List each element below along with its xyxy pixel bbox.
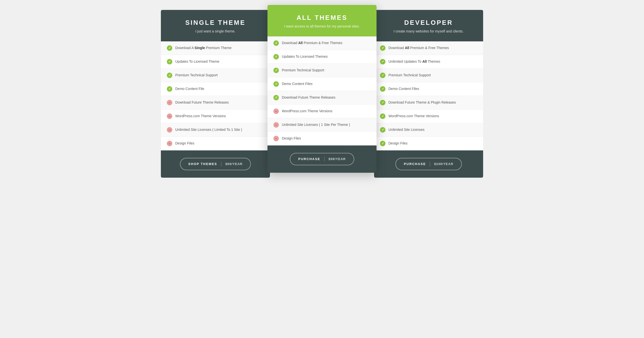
check-icon: ✓ [274, 95, 279, 100]
feature-row: ✓Download All Premium & Free Themes [374, 42, 483, 55]
feature-row: ✓WordPress.com Theme Versions [374, 110, 483, 123]
minus-icon: – [167, 141, 172, 146]
feature-row: ✓Download All Premium & Free Themes [268, 36, 376, 50]
check-icon: ✓ [167, 86, 172, 92]
cta-button-developer[interactable]: PURCHASE$249/year [395, 158, 462, 170]
feature-row: ✓Updates To Licensed Themes [268, 50, 376, 64]
cta-divider [430, 162, 430, 166]
check-icon: ✓ [380, 72, 386, 78]
feature-text: WordPress.com Theme Versions [388, 114, 439, 119]
check-icon: ✓ [380, 45, 386, 51]
feature-row: –Unlimited Site Licenses ( Limited To 1 … [161, 123, 270, 137]
plan-subtitle-all-themes: I want access to all themes for my perso… [275, 24, 369, 29]
feature-row: ✓Premium Technical Support [161, 69, 270, 82]
feature-row: ✓Unlimited Updates To All Themes [374, 55, 483, 69]
feature-row: ✓Updates To Licensed Theme [161, 55, 270, 69]
feature-text: WordPress.com Theme Versions [175, 114, 226, 119]
feature-row: ✓Premium Technical Support [268, 64, 376, 77]
plan-title-single: Single Theme [168, 19, 262, 26]
plan-header-all-themes: All ThemesI want access to all themes fo… [268, 5, 376, 36]
feature-row: –Design Files [161, 137, 270, 150]
cta-label: PURCHASE [404, 162, 426, 166]
feature-row: ✓Design Files [374, 137, 483, 150]
check-icon: ✓ [380, 59, 386, 64]
feature-row: –Design Files [268, 132, 376, 146]
check-icon: ✓ [167, 72, 172, 78]
feature-row: –Unlimited Site Licenses ( 1 Site Per Th… [268, 118, 376, 132]
feature-row: ✓Demo Content Files [374, 82, 483, 96]
plan-col-all-themes: All ThemesI want access to all themes fo… [268, 5, 376, 173]
feature-text: Download Future Theme Releases [282, 95, 336, 100]
cta-label: PURCHASE [298, 157, 320, 161]
feature-text: Download All Premium & Free Themes [282, 41, 342, 46]
feature-row: ✓Download A Single Premium Theme [161, 42, 270, 55]
cta-price: $99/year [328, 157, 346, 161]
feature-row: –WordPress.com Theme Versions [161, 110, 270, 123]
feature-text: Unlimited Site Licenses ( 1 Site Per The… [282, 122, 350, 127]
feature-text: Download All Premium & Free Themes [388, 46, 449, 50]
feature-text: Premium Technical Support [175, 73, 218, 78]
cta-price: $249/year [434, 162, 454, 166]
check-icon: ✓ [380, 127, 386, 132]
feature-text: Premium Technical Support [388, 73, 431, 78]
cta-button-all-themes[interactable]: PURCHASE$99/year [290, 153, 354, 165]
check-icon: ✓ [380, 114, 386, 119]
minus-icon: – [274, 108, 279, 114]
plan-features-single: ✓Download A Single Premium Theme✓Updates… [161, 42, 270, 150]
cta-price: $69/year [225, 162, 242, 166]
feature-text: Download A Single Premium Theme [175, 46, 232, 50]
minus-icon: – [274, 122, 279, 128]
check-icon: ✓ [380, 141, 386, 146]
check-icon: ✓ [167, 45, 172, 51]
feature-row: –Download Future Theme Releases [161, 96, 270, 110]
cta-label: SHOP THEMES [188, 162, 217, 166]
plan-header-developer: DeveloperI create many websites for myse… [374, 10, 483, 42]
plan-header-single: Single ThemeI just want a single theme. [161, 10, 270, 42]
feature-text: WordPress.com Theme Versions [282, 109, 332, 114]
feature-text: Premium Technical Support [282, 68, 324, 73]
check-icon: ✓ [274, 68, 279, 73]
feature-text: Updates To Licensed Theme [175, 59, 220, 64]
check-icon: ✓ [274, 81, 279, 87]
feature-text: Design Files [388, 141, 408, 146]
minus-icon: – [274, 136, 279, 141]
check-icon: ✓ [380, 100, 386, 105]
plan-features-all-themes: ✓Download All Premium & Free Themes✓Upda… [268, 36, 376, 146]
minus-icon: – [167, 127, 172, 132]
minus-icon: – [167, 114, 172, 119]
plan-features-developer: ✓Download All Premium & Free Themes✓Unli… [374, 42, 483, 150]
plan-footer-all-themes: PURCHASE$99/year [268, 146, 376, 173]
plan-col-developer: DeveloperI create many websites for myse… [374, 10, 483, 178]
check-icon: ✓ [167, 59, 172, 64]
feature-row: ✓Premium Technical Support [374, 69, 483, 82]
feature-row: ✓Download Future Theme Releases [268, 91, 376, 104]
feature-text: Updates To Licensed Themes [282, 54, 328, 59]
feature-row: ✓Unlimited Site Licenses [374, 123, 483, 137]
feature-text: Unlimited Updates To All Themes [388, 59, 440, 64]
check-icon: ✓ [274, 54, 279, 60]
feature-text: Design Files [175, 141, 194, 146]
cta-divider [324, 157, 324, 161]
plan-subtitle-single: I just want a single theme. [168, 29, 262, 34]
plan-title-developer: Developer [382, 19, 476, 26]
feature-text: Download Future Theme Releases [175, 100, 229, 105]
plan-col-single: Single ThemeI just want a single theme.✓… [161, 10, 270, 178]
feature-text: Unlimited Site Licenses ( Limited To 1 S… [175, 127, 242, 132]
feature-text: Unlimited Site Licenses [388, 127, 424, 132]
pricing-table: Single ThemeI just want a single theme.✓… [161, 10, 483, 178]
feature-text: Demo Content File [175, 86, 204, 92]
feature-text: Demo Content Files [388, 86, 419, 92]
feature-row: ✓Demo Content Files [268, 77, 376, 91]
cta-button-single[interactable]: SHOP THEMES$69/year [180, 158, 251, 170]
plan-title-all-themes: All Themes [275, 14, 369, 22]
feature-text: Design Files [282, 136, 301, 141]
check-icon: ✓ [380, 86, 386, 92]
minus-icon: – [167, 100, 172, 105]
plan-footer-single: SHOP THEMES$69/year [161, 150, 270, 178]
plan-subtitle-developer: I create many websites for myself and cl… [382, 29, 476, 34]
plan-footer-developer: PURCHASE$249/year [374, 150, 483, 178]
feature-text: Demo Content Files [282, 82, 312, 86]
feature-row: ✓Download Future Theme & Plugin Releases [374, 96, 483, 110]
check-icon: ✓ [274, 40, 279, 46]
feature-row: ✓Demo Content File [161, 82, 270, 96]
